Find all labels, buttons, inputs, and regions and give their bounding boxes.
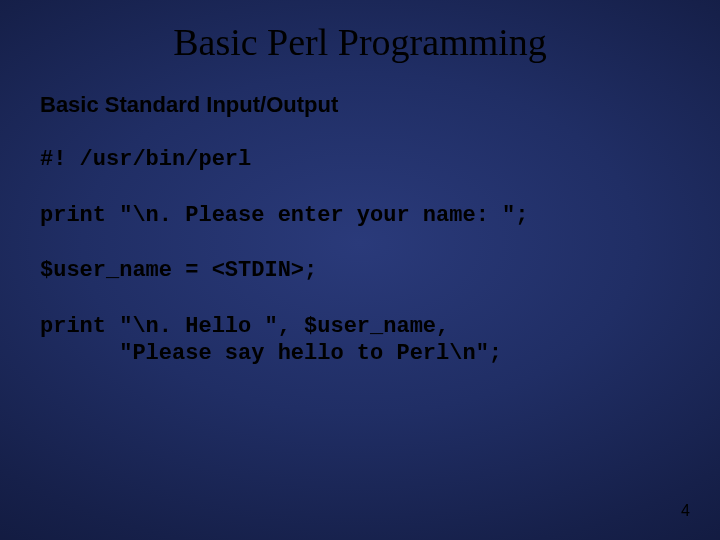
code-line-print-hello-1: print "\n. Hello ", $user_name, [40, 313, 680, 341]
section-heading: Basic Standard Input/Output [40, 92, 680, 118]
slide: Basic Perl Programming Basic Standard In… [0, 0, 720, 540]
page-number: 4 [681, 502, 690, 520]
code-line-print-hello-2: "Please say hello to Perl\n"; [40, 340, 680, 368]
code-line-print-prompt: print "\n. Please enter your name: "; [40, 202, 680, 230]
code-line-stdin: $user_name = <STDIN>; [40, 257, 680, 285]
code-line-shebang: #! /usr/bin/perl [40, 146, 680, 174]
slide-title: Basic Perl Programming [40, 20, 680, 64]
code-block-print-hello: print "\n. Hello ", $user_name, "Please … [40, 313, 680, 368]
